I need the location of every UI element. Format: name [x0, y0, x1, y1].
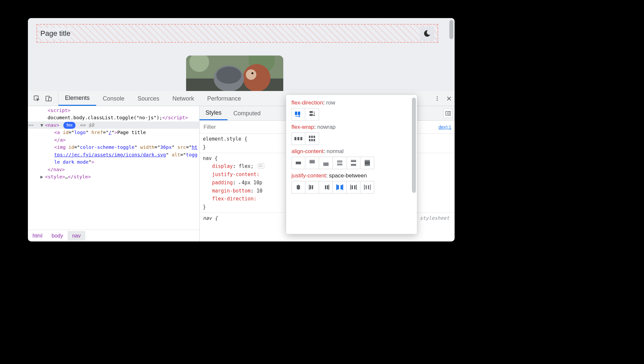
close-icon[interactable]: [446, 96, 452, 102]
more-icon[interactable]: [434, 96, 440, 102]
eq-dollar-zero: == $0: [80, 123, 94, 128]
svg-rect-43: [365, 161, 370, 165]
row-flex-wrap: flex-wrap: nowrap: [291, 124, 412, 145]
tab-styles[interactable]: Styles: [200, 106, 227, 120]
crumb-nav[interactable]: nav: [68, 231, 85, 241]
svg-rect-56: [341, 185, 342, 189]
svg-rect-23: [309, 139, 311, 141]
align-content-end-button[interactable]: [319, 157, 333, 169]
svg-rect-27: [296, 163, 301, 164]
flex-badge[interactable]: flex: [63, 122, 75, 129]
svg-rect-61: [356, 185, 357, 190]
justify-content-end-button[interactable]: [319, 181, 333, 193]
svg-point-6: [251, 72, 253, 74]
svg-rect-17: [298, 112, 300, 115]
svg-rect-11: [49, 97, 51, 101]
svg-rect-57: [342, 185, 343, 190]
flex-wrap-nowrap-button[interactable]: [291, 132, 305, 145]
svg-rect-41: [351, 165, 356, 166]
dom-tree[interactable]: <script> document.body.classList.toggle(…: [28, 106, 199, 230]
svg-rect-35: [337, 161, 342, 162]
justify-content-space-between-button[interactable]: [333, 181, 347, 193]
page-hero-image: [186, 56, 283, 91]
svg-rect-34: [323, 165, 329, 166]
tab-sources[interactable]: Sources: [131, 92, 166, 105]
tab-computed[interactable]: Computed: [227, 107, 267, 120]
dom-style-node[interactable]: ▶<style>…</style>: [28, 173, 199, 180]
align-content-start-button[interactable]: [305, 157, 319, 169]
flex-editor-button[interactable]: [258, 163, 264, 169]
row-flex-direction: flex-direction: row: [291, 100, 412, 121]
dom-script-open[interactable]: <script>: [48, 108, 71, 113]
inspect-icon[interactable]: [33, 95, 40, 102]
svg-point-12: [437, 96, 438, 97]
svg-rect-49: [310, 185, 311, 189]
svg-rect-65: [370, 185, 371, 190]
dark-mode-toggle[interactable]: [420, 26, 434, 41]
dom-a-node[interactable]: <a id="logo" href="/">Page title: [28, 129, 199, 136]
tab-elements[interactable]: Elements: [58, 91, 96, 106]
svg-point-8: [216, 67, 241, 84]
tab-performance[interactable]: Performance: [201, 92, 247, 105]
svg-rect-36: [337, 163, 342, 163]
svg-rect-58: [350, 185, 351, 190]
flex-direction-row-button[interactable]: [291, 108, 305, 121]
device-toggle-icon[interactable]: [45, 95, 52, 102]
dom-img-node[interactable]: <img id="color-scheme-toggle" width="36p…: [28, 144, 199, 166]
svg-rect-46: [299, 185, 300, 189]
justify-content-space-around-button[interactable]: [347, 181, 360, 193]
align-content-center-button[interactable]: [291, 157, 305, 169]
svg-rect-63: [366, 185, 367, 189]
justify-content-space-evenly-button[interactable]: [360, 181, 374, 193]
justify-content-center-button[interactable]: [291, 181, 305, 193]
svg-rect-51: [325, 185, 326, 189]
svg-rect-50: [312, 185, 313, 189]
tab-console[interactable]: Console: [96, 92, 131, 105]
devtools-window: Page title Elemen: [28, 18, 455, 241]
align-content-space-between-button[interactable]: [347, 157, 360, 169]
row-align-content: align-content: normal: [291, 148, 412, 169]
justify-content-start-button[interactable]: [305, 181, 319, 193]
popup-scrollbar[interactable]: [412, 98, 416, 193]
crumb-html[interactable]: html: [28, 231, 47, 241]
tab-network[interactable]: Network: [166, 92, 201, 105]
expand-icon[interactable]: ▼: [40, 122, 44, 129]
prop-justify-content[interactable]: justify-content:: [212, 171, 260, 177]
flex-direction-column-button[interactable]: [305, 108, 319, 121]
svg-rect-55: [337, 185, 339, 189]
page-preview: Page title: [28, 18, 455, 91]
svg-rect-37: [337, 164, 342, 165]
svg-rect-28: [296, 163, 301, 163]
align-content-space-around-button[interactable]: [333, 157, 347, 169]
svg-rect-42: [365, 160, 370, 161]
svg-rect-38: [351, 160, 356, 161]
svg-rect-64: [368, 185, 369, 189]
svg-rect-22: [313, 136, 315, 138]
svg-rect-21: [311, 136, 313, 138]
source-link[interactable]: dex):1: [439, 125, 451, 130]
svg-rect-39: [351, 161, 356, 162]
inspected-nav[interactable]: Page title: [36, 24, 438, 43]
svg-rect-16: [295, 112, 297, 115]
svg-rect-32: [323, 163, 329, 164]
collapse-icon[interactable]: ▶: [40, 173, 44, 180]
flexbox-editor-popup: flex-direction: row flex-wrap: nowrap: [286, 95, 417, 234]
svg-rect-59: [352, 185, 353, 189]
page-title[interactable]: Page title: [40, 28, 71, 39]
align-content-stretch-button[interactable]: [360, 157, 374, 169]
svg-rect-40: [351, 164, 356, 165]
page-scrollbar-thumb[interactable]: [449, 20, 453, 39]
dom-script-text[interactable]: document.body.classList.toggle("no-js");: [48, 115, 162, 120]
toggle-panel-icon[interactable]: [443, 109, 453, 118]
crumb-body[interactable]: body: [47, 231, 68, 241]
svg-point-13: [437, 98, 438, 99]
flex-wrap-wrap-button[interactable]: [305, 132, 319, 145]
dom-panel: <script> document.body.classList.toggle(…: [28, 106, 200, 241]
svg-rect-53: [329, 185, 329, 190]
nav-ua-rule[interactable]: nav {: [203, 215, 218, 221]
dom-nav-node[interactable]: ▼<nav> flex == $0: [28, 122, 199, 129]
moon-icon: [423, 29, 431, 38]
svg-rect-20: [309, 136, 311, 138]
row-justify-content: justify-content: space-between: [291, 172, 412, 193]
svg-rect-48: [309, 185, 310, 190]
